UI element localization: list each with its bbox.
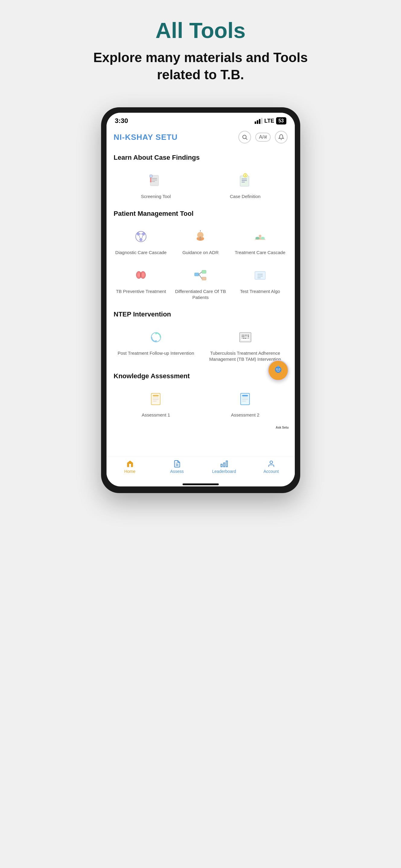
tool-post-treatment[interactable]: Post Treatment Follow-up Intervention — [114, 324, 198, 364]
header-icons: A/अ — [238, 131, 287, 144]
signal-bars — [255, 118, 262, 124]
lte-label: LTE — [264, 118, 274, 124]
battery-indicator: 53 — [276, 117, 286, 124]
tool-tb-tam[interactable]: Tuberculosis Treatment Adherence Managem… — [203, 324, 288, 364]
guidance-adr-label: Guidance on ADR — [182, 250, 219, 255]
svg-point-82 — [278, 365, 279, 366]
nav-account[interactable]: Account — [248, 460, 295, 474]
svg-point-56 — [243, 336, 244, 337]
treatment-care-icon — [252, 229, 268, 244]
assess1-label: Assessment 1 — [142, 412, 170, 418]
screening-tool-icon-box — [145, 170, 167, 191]
tb-preventive-label: TB Preventive Treatment — [116, 288, 166, 294]
svg-line-22 — [139, 235, 140, 239]
phone-screen: 3:30 LTE 53 NI-KSHAY SETU — [107, 113, 295, 487]
assess2-icon — [237, 391, 253, 407]
scroll-content[interactable]: Learn About Case Findings — [107, 148, 295, 456]
section-title-case-findings: Learn About Case Findings — [107, 148, 295, 165]
tb-preventive-icon — [133, 268, 149, 283]
svg-line-1 — [246, 138, 248, 140]
tool-case-definition[interactable]: Case Definition — [203, 167, 288, 202]
patient-mgmt-grid: Diagnostic Care Cascade Guidance on ADR — [107, 221, 295, 305]
ask-setu-button[interactable] — [268, 360, 289, 381]
svg-point-75 — [275, 367, 281, 373]
phone-device: 3:30 LTE 53 NI-KSHAY SETU — [101, 107, 300, 493]
nav-account-label: Account — [263, 469, 279, 474]
svg-rect-86 — [223, 463, 225, 467]
post-treatment-icon-box — [145, 327, 167, 348]
page-subtitle: Explore many materials and Tools related… — [80, 49, 321, 83]
case-definition-icon-box — [235, 170, 256, 191]
leaderboard-icon — [220, 460, 228, 468]
assess1-icon-box — [145, 389, 167, 410]
bottom-nav: Home Assess Leaderboard — [107, 456, 295, 481]
signal-bar-3 — [259, 119, 260, 124]
svg-point-55 — [241, 336, 242, 337]
tool-assess2[interactable]: Assessment 2 — [203, 386, 288, 421]
svg-point-50 — [241, 335, 242, 336]
test-algo-icon-box — [250, 265, 271, 286]
svg-point-78 — [277, 369, 277, 370]
tool-test-algo[interactable]: Test Treatment Algo — [233, 262, 287, 303]
account-icon — [267, 460, 275, 468]
svg-point-6 — [150, 178, 151, 179]
svg-rect-85 — [226, 461, 227, 467]
svg-point-16 — [245, 176, 246, 176]
screening-tool-icon — [148, 173, 164, 188]
status-time: 3:30 — [115, 117, 128, 125]
svg-point-52 — [245, 335, 246, 336]
signal-bar-4 — [261, 118, 262, 124]
ntep-grid: Post Treatment Follow-up Intervention — [107, 322, 295, 367]
svg-point-7 — [150, 179, 151, 181]
svg-line-40 — [199, 275, 202, 279]
notification-button[interactable] — [275, 131, 288, 144]
diagnostic-care-icon-box — [130, 226, 151, 247]
svg-rect-87 — [221, 464, 222, 467]
tool-guidance-adr[interactable]: Guidance on ADR — [173, 224, 228, 258]
svg-point-53 — [246, 335, 247, 336]
search-button[interactable] — [238, 131, 251, 144]
svg-rect-66 — [153, 395, 159, 397]
svg-point-63 — [246, 338, 247, 339]
tool-screening-tool[interactable]: Screening Tool — [114, 167, 198, 202]
svg-rect-9 — [150, 175, 152, 178]
app-header: NI-KSHAY SETU A/अ — [107, 127, 295, 148]
home-indicator — [182, 484, 219, 485]
nav-home[interactable]: Home — [107, 460, 153, 474]
svg-point-62 — [245, 338, 246, 339]
section-title-patient-mgmt: Patient Management Tool — [107, 204, 295, 221]
svg-line-23 — [142, 235, 143, 239]
svg-point-59 — [248, 336, 249, 337]
status-icons: LTE 53 — [255, 117, 286, 124]
section-case-findings: Learn About Case Findings — [107, 148, 295, 204]
diagnostic-care-label: Diagnostic Care Cascade — [115, 250, 167, 255]
svg-point-20 — [140, 239, 142, 241]
svg-rect-36 — [195, 273, 199, 276]
nav-leaderboard[interactable]: Leaderboard — [201, 460, 248, 474]
tb-tam-label: Tuberculosis Treatment Adherence Managem… — [204, 350, 286, 362]
tool-diagnostic-care[interactable]: Diagnostic Care Cascade — [114, 224, 168, 258]
tool-tb-preventive[interactable]: TB Preventive Treatment — [114, 262, 168, 303]
bell-icon — [278, 134, 284, 140]
svg-point-18 — [137, 233, 140, 236]
ask-setu-wrapper: Ask Setu — [276, 426, 289, 429]
language-button[interactable]: A/अ — [255, 133, 270, 142]
page-title: All Tools — [155, 18, 246, 43]
test-algo-label: Test Treatment Algo — [240, 288, 280, 294]
svg-point-88 — [270, 461, 273, 464]
tb-tam-icon — [237, 330, 253, 345]
nav-assess[interactable]: Assess — [153, 460, 201, 474]
svg-rect-37 — [202, 270, 206, 273]
svg-point-58 — [246, 336, 247, 337]
nav-home-label: Home — [124, 469, 136, 474]
tool-treatment-care[interactable]: Treatment Care Cascade — [233, 224, 287, 258]
svg-rect-71 — [242, 395, 248, 397]
diagnostic-care-icon — [133, 229, 149, 244]
section-ntep: NTEP Intervention Post Trea — [107, 305, 295, 367]
tool-assess1[interactable]: Assessment 1 — [114, 386, 198, 421]
tool-diff-care[interactable]: Differentiated Care Of TB Patients — [173, 262, 228, 303]
status-bar: 3:30 LTE 53 — [107, 113, 295, 127]
guidance-adr-icon — [193, 229, 208, 244]
treatment-care-label: Treatment Care Cascade — [235, 250, 285, 255]
case-definition-label: Case Definition — [230, 193, 261, 199]
